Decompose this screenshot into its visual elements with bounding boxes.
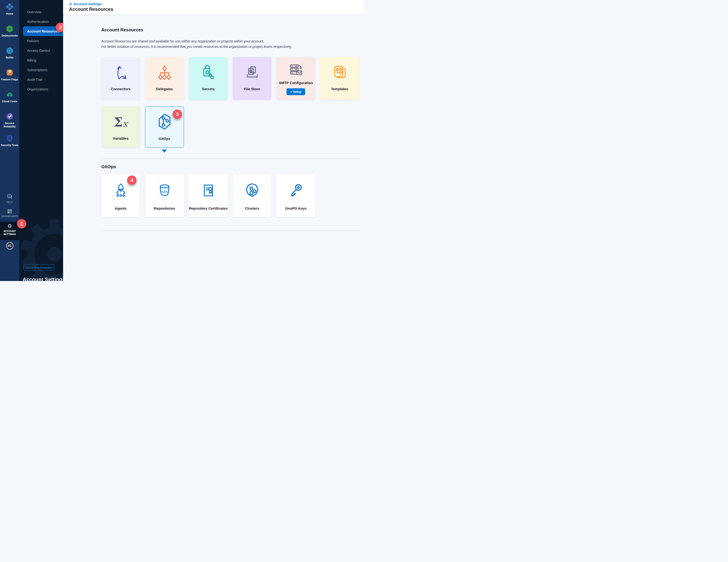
page-title: Account Resources — [69, 7, 364, 12]
sidenav-list: Overview Authentication Account Resource… — [19, 0, 63, 94]
service-reliability-icon — [6, 112, 14, 120]
security-tests-icon — [6, 134, 14, 142]
card-label: Templates — [331, 87, 348, 91]
card-label: GitOps — [158, 136, 170, 141]
sidenav-item-subscriptions[interactable]: Subscriptions — [19, 65, 63, 75]
content-area: Account Resources Account Resources are … — [63, 15, 364, 281]
rail-item-security-tests[interactable]: Security Tests — [0, 131, 19, 153]
sidenav-item-organizations[interactable]: Organizations — [19, 84, 63, 94]
rail-item-deployments[interactable]: ∞ Deployments — [0, 22, 19, 44]
smtp-configuration-icon — [288, 61, 304, 81]
card-label: SMTP Configuration — [279, 81, 313, 85]
svg-text:?: ? — [9, 195, 10, 197]
card-label: Delegates — [156, 87, 173, 91]
card-templates[interactable]: Templates — [320, 57, 359, 100]
sidenav-item-access-control[interactable]: Access Control — [19, 46, 63, 55]
dashboards-icon — [7, 208, 12, 214]
file-store-icon — [244, 59, 261, 87]
harness-home-icon — [6, 3, 14, 11]
resource-cards-row-1: Connectors Delegates Secrets — [101, 57, 360, 100]
rail-item-feature-flags[interactable]: Feature Flags — [0, 66, 19, 88]
annotation-badge-3: 3 — [173, 109, 182, 119]
gitops-icon — [155, 109, 174, 136]
rail-avatar-area: MC — [0, 240, 19, 281]
card-label: Variables — [113, 136, 129, 141]
sidenav-item-policies[interactable]: Policies — [19, 36, 63, 46]
card-gitops-selected[interactable]: GitOps 3 — [145, 106, 184, 147]
smtp-setup-button[interactable]: + Setup — [287, 88, 305, 95]
card-secrets[interactable]: Secrets — [189, 57, 228, 100]
card-label: GnuPG Keys — [285, 206, 307, 211]
launch-first-generation-button[interactable]: Launch First Generation — [24, 264, 54, 270]
sidenav-item-account-resources[interactable]: Account Resources 2 — [23, 26, 63, 36]
templates-icon — [331, 59, 348, 87]
rail-item-dashboards[interactable]: DASHBOARDS — [0, 207, 19, 222]
card-gnupg-keys[interactable]: GnuPG Keys — [276, 174, 315, 217]
card-connectors[interactable]: Connectors — [101, 57, 140, 100]
repositories-icon: </> — [156, 176, 174, 206]
secrets-icon — [200, 59, 217, 87]
svg-text:</>: </> — [162, 189, 167, 194]
card-variables[interactable]: Σx Variables — [101, 106, 140, 147]
rail-item-account-settings[interactable]: ⚙ ACCOUNT SETTINGS 1 — [0, 222, 19, 240]
repository-certificates-icon — [199, 176, 217, 206]
card-file-store[interactable]: File Store — [233, 57, 271, 100]
card-label: Secrets — [202, 87, 214, 91]
card-label: Repositories — [154, 206, 175, 211]
rail-label: Cloud Costs — [2, 100, 17, 103]
gitops-cards-row: Agents 4 </> Repositories Repository Cer… — [101, 174, 360, 217]
sidenav-item-billing[interactable]: Billing — [19, 55, 63, 65]
harness-app: Home ∞ Deployments Builds Feature Flags … — [0, 0, 364, 281]
resource-cards-row-2: Σx Variables GitOps 3 — [101, 106, 360, 147]
rail-item-builds[interactable]: Builds — [0, 44, 19, 66]
variables-sigma-icon: Σx — [114, 108, 128, 136]
card-delegates[interactable]: Delegates — [145, 57, 184, 100]
rail-item-service-reliability[interactable]: Service Reliability — [0, 109, 19, 131]
rail-label: ACCOUNT SETTINGS — [0, 230, 19, 236]
card-label: Clusters — [245, 206, 259, 211]
connectors-icon — [112, 59, 129, 87]
deployments-icon: ∞ — [6, 25, 14, 33]
rail-label: HELP — [7, 201, 13, 203]
rail-label: Deployments — [1, 34, 18, 37]
breadcrumb: ⚙ Account Settings › — [69, 2, 364, 6]
rail-label: Service Reliability — [0, 122, 19, 128]
card-repositories[interactable]: </> Repositories — [145, 174, 184, 217]
main-area: ⚙ Account Settings › Account Resources A… — [63, 0, 364, 281]
card-smtp-configuration[interactable]: SMTP Configuration + Setup — [276, 57, 315, 100]
cloud-costs-icon: $ — [6, 90, 14, 98]
account-settings-sidenav: Overview Authentication Account Resource… — [19, 0, 63, 281]
gnupg-keys-icon — [287, 176, 305, 206]
annotation-badge-1: 1 — [17, 219, 26, 228]
description-line-2: For better isolation of resources, it is… — [101, 45, 292, 48]
card-agents[interactable]: Agents 4 — [101, 174, 140, 217]
sidenav-footer-title: Account Settings — [23, 276, 63, 281]
card-label: Connectors — [111, 87, 130, 91]
delegates-icon — [156, 59, 173, 87]
rail-item-cloud-costs[interactable]: $ Cloud Costs — [0, 88, 19, 109]
breadcrumb-separator: › — [103, 2, 104, 6]
card-label: Repository Certificates — [189, 206, 227, 211]
description-line-1: Account Resources are shared and availab… — [101, 39, 264, 43]
svg-text:$: $ — [9, 93, 11, 97]
feature-flags-icon — [6, 69, 14, 77]
builds-icon — [6, 47, 14, 55]
sidenav-item-label: Account Resources — [27, 29, 59, 33]
section-description: Account Resources are shared and availab… — [101, 39, 360, 49]
breadcrumb-gear-icon: ⚙ — [69, 2, 72, 6]
breadcrumb-account-settings-link[interactable]: Account Settings — [73, 2, 101, 6]
sidenav-item-overview[interactable]: Overview — [19, 7, 63, 17]
module-rail: Home ∞ Deployments Builds Feature Flags … — [0, 0, 19, 281]
user-avatar[interactable]: MC — [6, 242, 13, 249]
page-header: ⚙ Account Settings › Account Resources — [63, 0, 364, 15]
svg-text:∞: ∞ — [8, 27, 11, 31]
card-repository-certificates[interactable]: Repository Certificates — [189, 174, 228, 217]
card-clusters[interactable]: Clusters — [233, 174, 271, 217]
sidenav-item-audit-trail[interactable]: Audit Trail — [19, 75, 63, 84]
rail-item-help[interactable]: ? HELP — [0, 192, 19, 207]
rail-label: DASHBOARDS — [1, 215, 18, 218]
rail-spacer — [0, 153, 19, 192]
rail-label: Feature Flags — [1, 78, 18, 81]
rail-label: Home — [6, 12, 13, 16]
rail-item-home[interactable]: Home — [0, 0, 19, 22]
